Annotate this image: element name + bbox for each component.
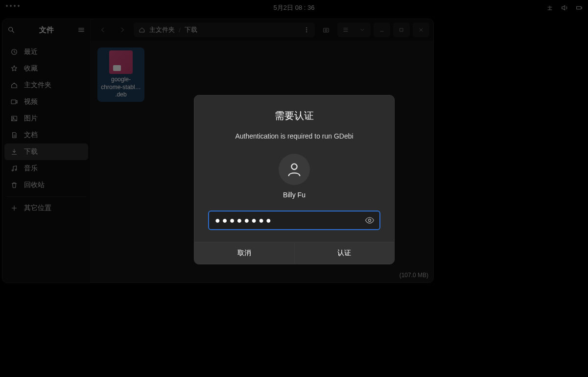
password-input[interactable]: [208, 211, 380, 230]
dialog-actions: 取消 认证: [194, 242, 394, 264]
svg-point-14: [291, 164, 297, 169]
auth-dialog: 需要认证 Authentication is required to run G…: [194, 95, 395, 264]
confirm-label: 认证: [337, 249, 351, 258]
cancel-button[interactable]: 取消: [194, 242, 294, 264]
dialog-message: Authentication is required to run GDebi: [235, 132, 353, 140]
svg-point-15: [369, 219, 371, 222]
show-password-button[interactable]: [362, 212, 377, 228]
username: Billy Fu: [283, 191, 306, 199]
cancel-label: 取消: [237, 249, 251, 258]
dialog-title: 需要认证: [275, 109, 314, 122]
authenticate-button[interactable]: 认证: [294, 242, 395, 264]
user-icon: [286, 161, 303, 178]
dialog-body: 需要认证 Authentication is required to run G…: [194, 95, 394, 242]
avatar: [279, 154, 310, 185]
password-wrap: [208, 211, 380, 230]
eye-icon: [365, 215, 375, 225]
